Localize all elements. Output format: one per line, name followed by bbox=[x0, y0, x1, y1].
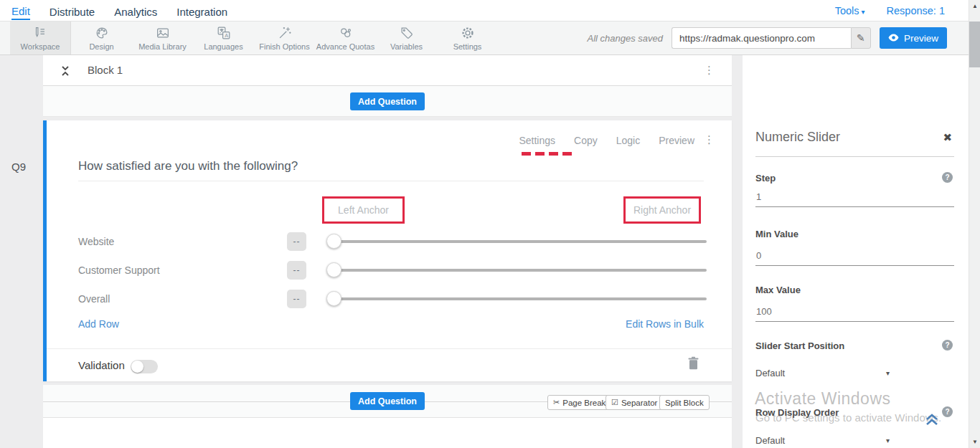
settings-annotation-underline bbox=[522, 152, 572, 156]
step-field bbox=[755, 190, 954, 207]
close-panel-icon[interactable]: ✖ bbox=[943, 131, 952, 144]
save-status-text: All changes saved bbox=[587, 33, 663, 44]
row-display-order-help-icon[interactable]: ? bbox=[942, 406, 953, 417]
eye-icon bbox=[888, 33, 899, 44]
row-display-order-select[interactable]: Default ▾ bbox=[755, 435, 913, 446]
step-input[interactable] bbox=[755, 191, 954, 206]
toolbar-item-advance-quotas[interactable]: Advance Quotas bbox=[315, 22, 376, 54]
pencil-icon: ✎ bbox=[857, 32, 865, 44]
response-count-link[interactable]: Response: 1 bbox=[887, 5, 945, 16]
scroll-to-top-icon[interactable] bbox=[924, 412, 940, 429]
row-label[interactable]: Overall bbox=[78, 285, 110, 313]
slider-row-customer-support: Customer Support -- bbox=[47, 256, 735, 285]
block-header: Block 1 ⋮ bbox=[43, 55, 732, 86]
page-break-button[interactable]: ✂Page Break bbox=[547, 395, 611, 410]
max-value-input[interactable] bbox=[755, 306, 954, 321]
question-card: Settings Copy Logic Preview ⋮ How satisf… bbox=[43, 120, 732, 381]
survey-url-input[interactable] bbox=[672, 27, 851, 49]
trash-icon bbox=[688, 360, 699, 372]
toggle-knob bbox=[131, 361, 143, 373]
collapse-block-icon[interactable] bbox=[60, 65, 70, 80]
card-divider bbox=[47, 348, 732, 349]
numeric-slider bbox=[328, 285, 707, 313]
toolbar-item-label: Advance Quotas bbox=[316, 42, 374, 51]
slider-thumb[interactable] bbox=[326, 291, 341, 306]
step-label: Step bbox=[755, 173, 776, 184]
slider-thumb[interactable] bbox=[326, 262, 341, 277]
separator-button[interactable]: ☑Separator bbox=[606, 395, 663, 410]
nav-tab-integration[interactable]: Integration bbox=[176, 3, 227, 19]
toolbar-item-label: Media Library bbox=[138, 42, 187, 51]
toolbar-item-languages[interactable]: A Languages bbox=[193, 22, 254, 54]
slider-track[interactable] bbox=[328, 269, 707, 272]
nav-tab-analytics[interactable]: Analytics bbox=[114, 3, 157, 19]
edit-url-button[interactable]: ✎ bbox=[851, 27, 871, 49]
preview-button[interactable]: Preview bbox=[880, 27, 947, 49]
workspace-icon bbox=[32, 25, 48, 41]
right-anchor-input[interactable] bbox=[626, 199, 699, 221]
row-links: Add Row Edit Rows in Bulk bbox=[47, 318, 735, 333]
scrollbar-thumb[interactable] bbox=[969, 22, 980, 67]
question-menu: Settings Copy Logic Preview bbox=[519, 135, 694, 146]
add-row-link[interactable]: Add Row bbox=[78, 318, 119, 330]
add-question-band-bottom: Add Question ✂Page Break ☑Separator Spli… bbox=[43, 385, 732, 418]
delete-question-button[interactable] bbox=[688, 356, 699, 373]
toolbar-item-design[interactable]: Design bbox=[71, 22, 132, 54]
question-number-label: Q9 bbox=[11, 161, 26, 173]
slider-track[interactable] bbox=[328, 297, 707, 300]
question-copy-link[interactable]: Copy bbox=[574, 135, 598, 146]
split-block-button[interactable]: Split Block bbox=[659, 395, 710, 410]
validation-toggle[interactable] bbox=[131, 360, 158, 373]
toolbar-item-media-library[interactable]: Media Library bbox=[132, 22, 193, 54]
toolbar-item-finish-options[interactable]: Finish Options bbox=[254, 22, 315, 54]
row-label[interactable]: Website bbox=[78, 227, 114, 256]
numeric-slider bbox=[328, 256, 707, 285]
chain-links-icon bbox=[338, 25, 354, 41]
question-menu-icon[interactable]: ⋮ bbox=[704, 134, 715, 145]
max-value-label: Max Value bbox=[755, 285, 801, 295]
toolbar-item-variables[interactable]: Variables bbox=[376, 22, 437, 54]
toolbar-item-settings[interactable]: Settings bbox=[437, 22, 498, 54]
nav-tab-edit[interactable]: Edit bbox=[11, 2, 30, 20]
slider-track[interactable] bbox=[328, 240, 707, 243]
slider-start-position-help-icon[interactable]: ? bbox=[942, 340, 953, 351]
min-value-input[interactable] bbox=[755, 250, 954, 265]
step-help-icon[interactable]: ? bbox=[942, 172, 953, 183]
toolbar-item-label: Design bbox=[89, 42, 113, 51]
max-value-field bbox=[755, 305, 954, 322]
question-settings-link[interactable]: Settings bbox=[519, 135, 555, 146]
scrollbar-up-arrow[interactable]: ▲ bbox=[969, 0, 980, 12]
image-icon bbox=[155, 25, 171, 41]
question-settings-panel: Numeric Slider ✖ Step ? Min Value Max Va… bbox=[743, 55, 969, 448]
gear-icon bbox=[460, 25, 476, 41]
question-title[interactable]: How satisfied are you with the following… bbox=[78, 159, 298, 173]
tools-menu[interactable]: Tools▾ bbox=[835, 5, 865, 16]
question-preview-link[interactable]: Preview bbox=[659, 135, 694, 146]
right-anchor-annotation-box bbox=[623, 196, 701, 224]
toolbar-item-workspace[interactable]: Workspace bbox=[10, 22, 71, 54]
add-question-button-bottom[interactable]: Add Question bbox=[350, 392, 425, 410]
add-question-band-top: Add Question bbox=[43, 86, 732, 117]
left-anchor-input[interactable] bbox=[324, 199, 402, 221]
editor-toolbar: Workspace Design Media Library A Languag… bbox=[0, 22, 969, 55]
question-logic-link[interactable]: Logic bbox=[616, 135, 640, 146]
row-value-badge: -- bbox=[287, 261, 306, 280]
row-label[interactable]: Customer Support bbox=[78, 256, 160, 285]
top-nav: Edit Distribute Analytics Integration To… bbox=[0, 0, 969, 22]
slider-start-position-select[interactable]: Default ▾ bbox=[755, 368, 913, 378]
block-menu-icon[interactable]: ⋮ bbox=[704, 65, 715, 75]
vertical-scrollbar[interactable]: ▲ ▼ bbox=[969, 0, 980, 448]
question-title-divider bbox=[78, 181, 704, 181]
min-value-field bbox=[755, 249, 954, 266]
row-display-order-label: Row Display Order bbox=[755, 407, 839, 418]
caret-down-icon: ▾ bbox=[886, 437, 890, 444]
edit-rows-in-bulk-link[interactable]: Edit Rows in Bulk bbox=[626, 318, 704, 330]
scrollbar-down-arrow[interactable]: ▼ bbox=[969, 436, 980, 448]
add-question-button-top[interactable]: Add Question bbox=[350, 92, 425, 110]
toolbar-right: All changes saved ✎ Preview bbox=[587, 22, 947, 54]
nav-tab-distribute[interactable]: Distribute bbox=[50, 3, 95, 19]
magic-wand-icon bbox=[277, 25, 293, 41]
min-value-label: Min Value bbox=[755, 229, 798, 239]
slider-thumb[interactable] bbox=[326, 234, 341, 249]
next-block-area bbox=[43, 418, 732, 448]
